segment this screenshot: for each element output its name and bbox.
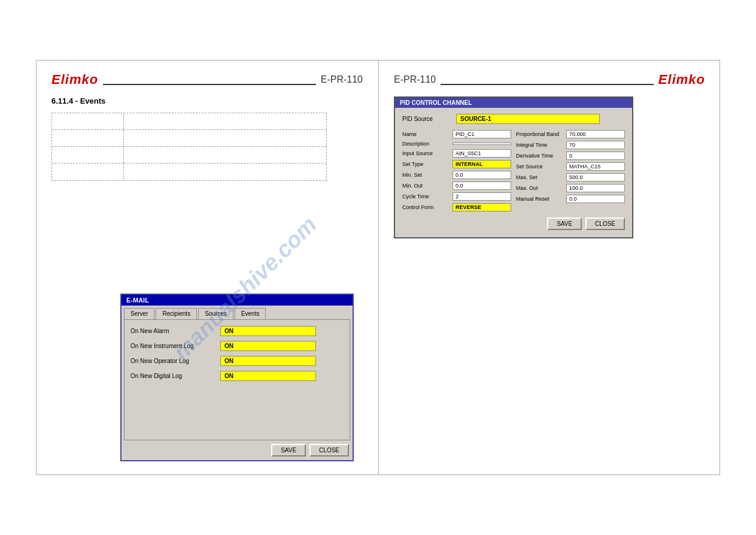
pid-control-form-input[interactable]: REVERSE <box>453 203 511 211</box>
email-save-button[interactable]: SAVE <box>271 444 306 457</box>
email-field-instrument-log: On New Instrument Log ON <box>130 341 344 351</box>
pid-min-out-label: Min. Out <box>402 183 450 189</box>
pid-dialog-title: PID CONTROL CHANNEL <box>395 98 632 108</box>
pid-max-out-input[interactable]: 100.0 <box>566 184 625 192</box>
pid-set-type-label: Set Type <box>402 161 450 167</box>
pid-dialog-buttons: SAVE CLOSE <box>402 214 625 231</box>
pid-source-label: PID Source <box>402 116 456 122</box>
events-cell <box>124 113 326 129</box>
pid-prop-band-input[interactable]: 70.000 <box>566 130 625 138</box>
email-dialog-buttons: SAVE CLOSE <box>122 440 353 460</box>
pid-manual-reset-input[interactable]: 0.0 <box>566 195 625 203</box>
email-spacer <box>130 386 344 434</box>
email-dialog: E-MAIL Server Recipients Sources Events … <box>120 294 354 461</box>
pid-cycle-time-row: Cycle Time 2 <box>402 192 511 201</box>
pid-source-row: PID Source SOURCE-1 <box>402 114 625 124</box>
pid-prop-band-label: Proportional Band <box>516 131 564 137</box>
email-value-alarm[interactable]: ON <box>220 326 316 336</box>
tab-server[interactable]: Server <box>124 308 154 319</box>
section-title: 6.11.4 - Events <box>51 96 363 105</box>
events-table <box>51 113 327 181</box>
pid-name-row: Name PID_C1 <box>402 130 511 138</box>
email-tab-content: On New Alarm ON On New Instrument Log ON… <box>124 319 350 440</box>
events-row <box>52 130 326 147</box>
email-close-button[interactable]: CLOSE <box>309 444 349 457</box>
pid-control-form-row: Control Form REVERSE <box>402 203 511 211</box>
pid-cycle-time-input[interactable]: 2 <box>453 192 511 201</box>
pid-set-source-input[interactable]: MATHA_C15 <box>566 162 625 171</box>
pid-input-source-row: Input Source AIN_S5C1 <box>402 149 511 158</box>
email-field-operator-log: On New Operator Log ON <box>130 356 344 366</box>
pid-max-out-label: Max. Out <box>516 185 564 191</box>
pid-description-row: Description <box>402 141 511 147</box>
pid-min-set-input[interactable]: 0.0 <box>453 171 511 179</box>
email-value-digital[interactable]: ON <box>220 371 316 381</box>
pid-set-type-row: Set Type INTERNAL <box>402 160 511 168</box>
pid-input-source-input[interactable]: AIN_S5C1 <box>453 149 511 158</box>
pid-min-out-input[interactable]: 0.0 <box>453 182 511 190</box>
pid-integral-time-input[interactable]: 70 <box>566 141 625 149</box>
right-header: E-PR-110 Elimko <box>394 72 705 87</box>
events-cell <box>52 147 124 163</box>
events-cell <box>124 147 326 163</box>
events-row <box>52 113 326 130</box>
pid-name-label: Name <box>402 131 450 137</box>
email-label-digital: On New Digital Log <box>130 373 220 379</box>
right-model: E-PR-110 <box>394 74 436 85</box>
left-logo: Elimko <box>51 72 98 87</box>
events-row <box>52 147 326 164</box>
tab-recipients[interactable]: Recipients <box>156 308 197 319</box>
email-field-on-new-alarm: On New Alarm ON <box>130 326 344 336</box>
pid-min-out-row: Min. Out 0.0 <box>402 182 511 190</box>
pid-source-value[interactable]: SOURCE-1 <box>456 114 600 124</box>
right-panel: E-PR-110 Elimko PID CONTROL CHANNEL PID … <box>379 60 720 475</box>
pid-close-button[interactable]: CLOSE <box>585 217 625 230</box>
pid-dialog: PID CONTROL CHANNEL PID Source SOURCE-1 … <box>394 96 633 238</box>
pid-integral-time-label: Integral Time <box>516 142 564 148</box>
pid-max-set-label: Max. Set <box>516 174 564 180</box>
events-cell <box>124 130 326 146</box>
email-label-instrument: On New Instrument Log <box>130 343 220 349</box>
pid-derivative-time-row: Derivative Time 0 <box>516 152 625 160</box>
left-panel: Elimko E-PR-110 6.11.4 - Events E-MAIL S… <box>37 60 378 475</box>
pid-input-source-label: Input Source <box>402 150 450 156</box>
email-value-operator[interactable]: ON <box>220 356 316 366</box>
pid-set-source-label: Set Source <box>516 164 564 170</box>
events-cell <box>52 130 124 146</box>
email-field-digital-log: On New Digital Log ON <box>130 371 344 381</box>
pid-save-button[interactable]: SAVE <box>547 217 582 230</box>
tab-sources[interactable]: Sources <box>198 308 233 319</box>
left-model: E-PR-110 <box>321 74 363 85</box>
left-header: Elimko E-PR-110 <box>51 72 363 87</box>
email-tabs: Server Recipients Sources Events <box>122 306 353 319</box>
events-row <box>52 164 326 180</box>
pid-description-label: Description <box>402 141 450 147</box>
pid-prop-band-row: Proportional Band 70.000 <box>516 130 625 138</box>
right-header-line <box>441 84 654 85</box>
pid-max-set-row: Max. Set 500.0 <box>516 173 625 182</box>
pid-control-form-label: Control Form <box>402 204 450 210</box>
email-value-instrument[interactable]: ON <box>220 341 316 351</box>
pid-min-set-label: Min. Set <box>402 172 450 178</box>
pid-cycle-time-label: Cycle Time <box>402 194 450 200</box>
pid-max-out-row: Max. Out 100.0 <box>516 184 625 192</box>
pid-min-set-row: Min. Set 0.0 <box>402 171 511 179</box>
pid-description-input[interactable] <box>453 143 511 145</box>
right-logo: Elimko <box>658 72 705 87</box>
pid-left-col: Name PID_C1 Description Input Source AIN… <box>402 130 511 214</box>
pid-name-input[interactable]: PID_C1 <box>453 130 511 138</box>
pid-set-source-row: Set Source MATHA_C15 <box>516 162 625 171</box>
left-header-line <box>103 84 316 85</box>
pid-integral-time-row: Integral Time 70 <box>516 141 625 149</box>
events-cell <box>124 164 326 180</box>
events-cell <box>52 164 124 180</box>
email-label-alarm: On New Alarm <box>130 328 220 334</box>
email-label-operator: On New Operator Log <box>130 358 220 364</box>
pid-derivative-time-input[interactable]: 0 <box>566 152 625 160</box>
pid-set-type-input[interactable]: INTERNAL <box>453 160 511 168</box>
pid-dialog-body: PID Source SOURCE-1 Name PID_C1 Descript… <box>395 108 632 237</box>
pid-derivative-time-label: Derivative Time <box>516 153 564 159</box>
pid-right-col: Proportional Band 70.000 Integral Time 7… <box>516 130 625 214</box>
tab-events[interactable]: Events <box>235 308 266 319</box>
pid-max-set-input[interactable]: 500.0 <box>566 173 625 182</box>
